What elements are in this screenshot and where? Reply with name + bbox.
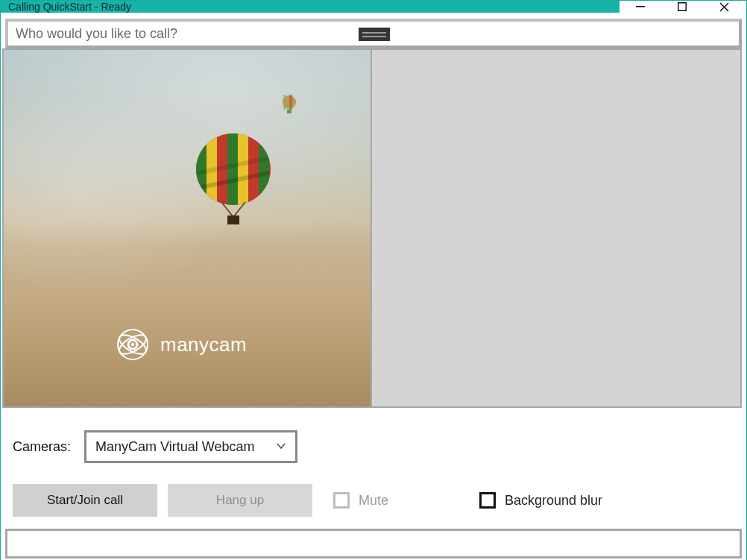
mute-checkbox[interactable]: Mute [333, 492, 388, 509]
titlebar-area[interactable]: Calling QuickStart - Ready [1, 1, 620, 13]
window-title: Calling QuickStart - Ready [8, 1, 131, 13]
checkbox-box-icon [333, 492, 350, 509]
video-preview-scene: manycam [4, 50, 371, 406]
svg-rect-15 [283, 95, 286, 110]
manycam-watermark: manycam [116, 327, 247, 362]
camera-selected: ManyCam Virtual Webcam [95, 439, 254, 455]
manycam-logo-icon [116, 327, 150, 362]
status-bar [5, 529, 742, 559]
minimize-icon [636, 2, 645, 11]
balloon-small-graphic-icon [281, 95, 297, 116]
svg-rect-9 [248, 133, 259, 205]
svg-rect-10 [259, 133, 269, 205]
svg-rect-4 [196, 133, 207, 205]
actions-row: Start/Join call Hang up Mute Background … [1, 469, 746, 523]
camera-select[interactable]: ManyCam Virtual Webcam [84, 430, 297, 463]
drag-handle-icon[interactable] [359, 28, 390, 41]
content-area: manycam Cameras: ManyCam Virtual Webcam … [1, 13, 746, 560]
titlebar: Calling QuickStart - Ready [1, 1, 746, 13]
start-join-label: Start/Join call [47, 493, 123, 508]
close-icon [719, 2, 729, 12]
hang-up-button[interactable]: Hang up [168, 484, 312, 517]
background-blur-checkbox[interactable]: Background blur [479, 492, 602, 509]
close-button[interactable] [703, 1, 745, 13]
start-join-button[interactable]: Start/Join call [13, 484, 157, 517]
watermark-text: manycam [160, 333, 247, 356]
bg-blur-label: Background blur [505, 493, 602, 509]
cameras-label: Cameras: [13, 439, 71, 455]
camera-row: Cameras: ManyCam Virtual Webcam [1, 408, 746, 469]
balloon-graphic-icon [192, 133, 275, 230]
video-row: manycam [2, 48, 745, 408]
mute-label: Mute [359, 493, 388, 509]
svg-rect-13 [227, 215, 239, 224]
remote-video-pane [372, 48, 742, 408]
chevron-down-icon [276, 439, 286, 455]
svg-rect-8 [238, 133, 248, 205]
minimize-button[interactable] [620, 1, 661, 13]
maximize-icon [678, 2, 687, 11]
local-video-pane: manycam [2, 48, 372, 408]
app-window: Calling QuickStart - Ready [0, 0, 747, 560]
svg-rect-7 [227, 133, 238, 205]
svg-point-22 [131, 343, 134, 346]
window-controls [620, 1, 746, 13]
maximize-button[interactable] [661, 1, 703, 13]
svg-rect-16 [289, 95, 292, 110]
checkbox-box-icon [479, 492, 496, 509]
svg-rect-17 [287, 110, 291, 113]
hang-up-label: Hang up [216, 493, 264, 508]
svg-rect-1 [678, 3, 687, 11]
svg-rect-0 [636, 6, 645, 7]
